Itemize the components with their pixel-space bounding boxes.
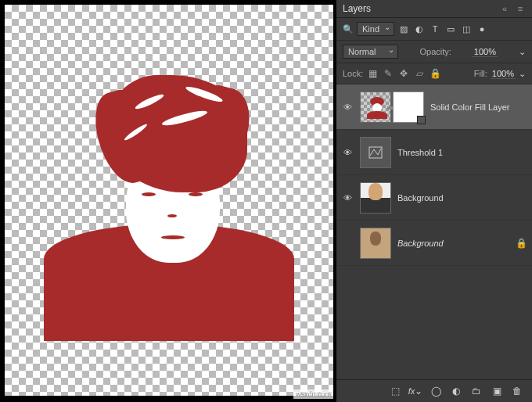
visibility-icon[interactable]: 👁 (341, 102, 354, 112)
panel-menu-icon[interactable]: ≡ (515, 3, 526, 14)
visibility-icon[interactable]: 👁 (341, 193, 354, 203)
layer-name[interactable]: Threshold 1 (397, 148, 527, 157)
layer-name[interactable]: Background (397, 239, 509, 248)
panel-header: Layers « ≡ (336, 0, 532, 18)
panel-collapse-icon[interactable]: « (499, 3, 510, 14)
adjustment-thumbnail[interactable] (360, 137, 391, 168)
canvas-checker (5, 5, 333, 396)
layer-thumbnail[interactable] (360, 182, 391, 214)
layers-list: 👁 Solid Color Fill Layer 👁 Threshold 1 👁… (336, 84, 532, 379)
fill-label: Fill: (474, 69, 487, 78)
filter-adjust-icon[interactable]: ◐ (413, 23, 426, 35)
blend-mode-dropdown[interactable]: Normal (343, 45, 398, 59)
layer-row[interactable]: 👁 Solid Color Fill Layer (336, 84, 532, 130)
filter-dot-icon[interactable]: ● (476, 23, 488, 35)
chevron-down-icon[interactable]: ⌄ (519, 69, 526, 79)
lock-brush-icon[interactable]: ✎ (382, 67, 394, 80)
layer-mask-thumbnail[interactable] (393, 92, 424, 123)
blend-row: Normal Opacity: 100% ⌄ (336, 41, 532, 63)
chevron-down-icon[interactable]: ⌄ (519, 47, 526, 57)
adjustment-icon[interactable]: ◐ (449, 385, 463, 397)
group-icon[interactable]: 🗀 (469, 385, 483, 397)
app-window: wsxdn.com Layers « ≡ 🔍 Kind ▨ ◐ T ▭ ◫ ● … (0, 0, 532, 402)
canvas-area[interactable]: wsxdn.com (0, 0, 336, 402)
link-layers-icon[interactable]: ⬚ (388, 385, 402, 397)
svg-rect-0 (369, 147, 382, 158)
lock-label: Lock: (343, 69, 363, 78)
visibility-icon[interactable]: 👁 (341, 148, 354, 157)
mask-icon[interactable]: ◯ (429, 385, 443, 397)
lock-transparent-icon[interactable]: ▦ (366, 67, 379, 80)
lock-icon: 🔒 (516, 238, 527, 249)
search-icon: 🔍 (343, 24, 354, 34)
filter-kind-dropdown[interactable]: Kind (357, 22, 394, 36)
layer-name[interactable]: Solid Color Fill Layer (430, 102, 527, 112)
layer-thumbnail[interactable] (360, 228, 391, 259)
portrait-artwork (59, 44, 279, 341)
layer-row[interactable]: 👁 Background (336, 175, 532, 221)
new-layer-icon[interactable]: ▣ (490, 385, 504, 397)
filter-row: 🔍 Kind ▨ ◐ T ▭ ◫ ● (336, 18, 532, 41)
delete-icon[interactable]: 🗑 (510, 385, 524, 397)
panel-footer: ⬚ fx⌄ ◯ ◐ 🗀 ▣ 🗑 (336, 379, 532, 402)
filter-image-icon[interactable]: ▨ (397, 23, 410, 35)
fill-value[interactable]: 100% (491, 69, 516, 79)
filter-shape-icon[interactable]: ▭ (444, 23, 457, 35)
lock-row: Lock: ▦ ✎ ✥ ▱ 🔒 Fill: 100% ⌄ (336, 63, 532, 84)
filter-text-icon[interactable]: T (429, 23, 441, 35)
panel-title: Layers (343, 3, 371, 14)
filter-smart-icon[interactable]: ◫ (460, 23, 473, 35)
opacity-value[interactable]: 100% (473, 47, 498, 57)
fx-icon[interactable]: fx⌄ (408, 385, 422, 397)
layer-row[interactable]: Background 🔒 (336, 221, 532, 266)
opacity-label: Opacity: (419, 47, 451, 56)
watermark: wsxdn.com (293, 389, 333, 399)
lock-all-icon[interactable]: 🔒 (429, 67, 441, 80)
layer-thumbnail[interactable] (360, 92, 391, 123)
layer-row[interactable]: 👁 Threshold 1 (336, 130, 532, 175)
layers-panel: Layers « ≡ 🔍 Kind ▨ ◐ T ▭ ◫ ● Normal Opa… (336, 0, 532, 402)
layer-name[interactable]: Background (397, 193, 527, 203)
lock-move-icon[interactable]: ✥ (397, 67, 410, 80)
lock-artboard-icon[interactable]: ▱ (413, 67, 426, 80)
